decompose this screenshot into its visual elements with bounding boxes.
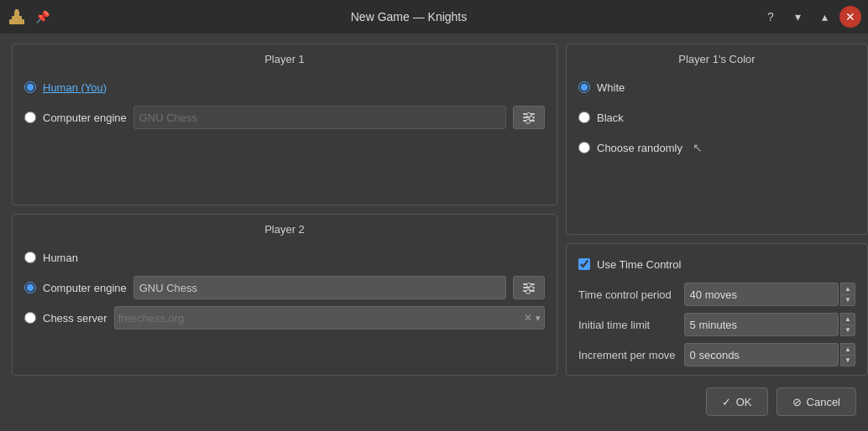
player2-server-label[interactable]: Chess server bbox=[43, 312, 107, 325]
color-white-label[interactable]: White bbox=[597, 81, 625, 94]
cancel-label: Cancel bbox=[807, 396, 840, 408]
right-panels: Player 1's Color White Black Choose rand… bbox=[566, 44, 868, 376]
time-grid: Time control period 40 moves 30 moves 20… bbox=[578, 283, 855, 366]
player2-server-combo-row: ✕ ▾ bbox=[114, 306, 545, 330]
bottom-bar: ✓ OK ⊘ Cancel bbox=[12, 384, 856, 421]
period-spin-up[interactable]: ▲ bbox=[840, 283, 855, 294]
period-spinner: ▲ ▼ bbox=[840, 283, 855, 306]
increment-select[interactable]: 0 seconds 1 second 2 seconds bbox=[684, 343, 839, 366]
color-random-row: Choose randomly ↖ bbox=[578, 136, 855, 159]
player2-server-radio[interactable] bbox=[24, 312, 36, 324]
time-limit-spin-up[interactable]: ▲ bbox=[840, 313, 855, 325]
player2-engine-combo-row: GNU Chess bbox=[133, 276, 545, 299]
color-black-row: Black bbox=[578, 106, 855, 129]
player2-human-row: Human bbox=[24, 246, 545, 269]
period-spin-down[interactable]: ▼ bbox=[840, 294, 855, 306]
server-input-wrap: ✕ ▾ bbox=[114, 306, 545, 330]
player2-server-row: Chess server ✕ ▾ bbox=[24, 306, 545, 330]
time-limit-spin-down[interactable]: ▼ bbox=[840, 325, 855, 336]
player1-settings-button[interactable] bbox=[513, 106, 545, 129]
period-label: Time control period bbox=[578, 288, 676, 301]
server-clear-button[interactable]: ✕ bbox=[522, 312, 534, 324]
cursor-icon: ↖ bbox=[693, 141, 703, 154]
left-panels: Player 1 Human (You) Computer engine GNU… bbox=[12, 44, 557, 376]
player2-title: Player 2 bbox=[24, 223, 545, 236]
player1-panel: Player 1 Human (You) Computer engine GNU… bbox=[12, 44, 557, 205]
color-title: Player 1's Color bbox=[578, 53, 855, 65]
player1-engine-select[interactable]: GNU Chess bbox=[133, 106, 506, 129]
cancel-button[interactable]: ⊘ Cancel bbox=[776, 387, 856, 416]
pin-icon: 📌 bbox=[32, 7, 52, 27]
period-select[interactable]: 40 moves 30 moves 20 moves bbox=[684, 283, 839, 306]
player2-computer-label[interactable]: Computer engine bbox=[43, 282, 127, 294]
close-button[interactable]: ✕ bbox=[839, 6, 861, 28]
increment-combo-wrap: 0 seconds 1 second 2 seconds ▲ ▼ bbox=[684, 343, 855, 366]
server-dropdown-arrow[interactable]: ▾ bbox=[536, 313, 541, 324]
player2-computer-radio[interactable] bbox=[24, 282, 36, 293]
color-black-radio[interactable] bbox=[578, 112, 590, 123]
player2-human-label[interactable]: Human bbox=[43, 252, 78, 264]
player1-engine-combo-row: GNU Chess bbox=[133, 106, 545, 129]
ok-label: OK bbox=[736, 396, 752, 408]
time-limit-label: Initial time limit bbox=[578, 319, 676, 331]
window-controls: ? ▾ ▴ ✕ bbox=[759, 5, 861, 29]
time-limit-spinner: ▲ ▼ bbox=[840, 313, 855, 336]
player2-engine-select[interactable]: GNU Chess bbox=[133, 276, 506, 299]
main-content: Player 1 Human (You) Computer engine GNU… bbox=[0, 34, 868, 431]
time-panel: Use Time Control Time control period 40 … bbox=[566, 243, 868, 376]
color-black-label[interactable]: Black bbox=[597, 112, 624, 124]
ok-button[interactable]: ✓ OK bbox=[706, 387, 768, 416]
cancel-icon: ⊘ bbox=[792, 396, 802, 408]
player2-settings-button[interactable] bbox=[513, 276, 545, 299]
minimize-button[interactable]: ▾ bbox=[786, 5, 809, 29]
svg-rect-2 bbox=[14, 11, 19, 17]
player1-human-radio[interactable] bbox=[24, 81, 36, 93]
player2-panel: Player 2 Human Computer engine GNU Chess bbox=[12, 214, 557, 376]
player1-computer-row: Computer engine GNU Chess bbox=[24, 106, 545, 129]
color-panel: Player 1's Color White Black Choose rand… bbox=[566, 44, 868, 235]
ok-icon: ✓ bbox=[722, 396, 731, 408]
period-combo-wrap: 40 moves 30 moves 20 moves ▲ ▼ bbox=[684, 283, 855, 306]
player1-computer-label[interactable]: Computer engine bbox=[43, 112, 127, 124]
help-button[interactable]: ? bbox=[759, 5, 782, 29]
color-white-row: White bbox=[578, 75, 855, 99]
color-random-label[interactable]: Choose randomly bbox=[597, 142, 682, 154]
player1-human-label[interactable]: Human (You) bbox=[43, 81, 107, 94]
titlebar: 📌 New Game — Knights ? ▾ ▴ ✕ bbox=[0, 0, 868, 34]
panels-area: Player 1 Human (You) Computer engine GNU… bbox=[12, 44, 856, 376]
app-icon bbox=[7, 7, 27, 27]
server-input[interactable] bbox=[118, 312, 522, 325]
use-time-control-row: Use Time Control bbox=[578, 252, 855, 276]
time-limit-select[interactable]: 5 minutes 3 minutes 10 minutes bbox=[684, 313, 839, 336]
maximize-button[interactable]: ▴ bbox=[813, 5, 836, 29]
increment-spinner: ▲ ▼ bbox=[840, 343, 855, 366]
increment-spin-up[interactable]: ▲ bbox=[840, 343, 855, 355]
color-white-radio[interactable] bbox=[578, 81, 590, 93]
time-limit-combo-wrap: 5 minutes 3 minutes 10 minutes ▲ ▼ bbox=[684, 313, 855, 336]
player1-computer-radio[interactable] bbox=[24, 112, 36, 123]
player2-computer-row: Computer engine GNU Chess bbox=[24, 276, 545, 299]
increment-spin-down[interactable]: ▼ bbox=[840, 355, 855, 366]
use-time-control-checkbox[interactable] bbox=[578, 258, 590, 270]
player1-title: Player 1 bbox=[24, 53, 545, 65]
svg-rect-3 bbox=[15, 9, 18, 12]
increment-label: Increment per move bbox=[578, 349, 676, 361]
window-title: New Game — Knights bbox=[59, 10, 759, 23]
player2-human-radio[interactable] bbox=[24, 252, 36, 263]
color-random-radio[interactable] bbox=[578, 142, 590, 153]
player1-human-row: Human (You) bbox=[24, 75, 545, 99]
use-time-control-label[interactable]: Use Time Control bbox=[597, 258, 681, 271]
